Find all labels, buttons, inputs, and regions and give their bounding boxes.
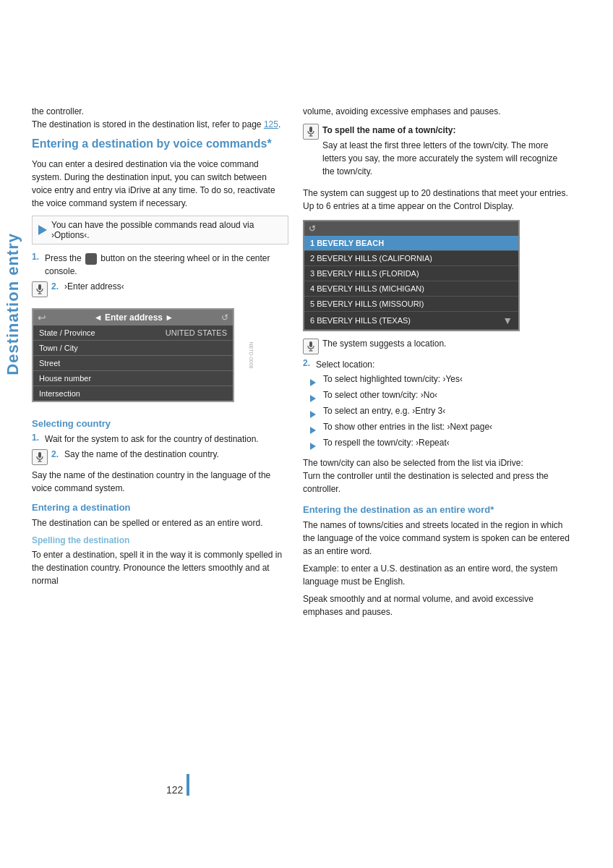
nav-item-5: 5 BEVERLY HILLS (MISSOURI) [304,297,518,312]
sc-step2-num: 2. [51,449,59,459]
nav-screen-header: ↺ [304,221,518,236]
entering-dest-heading: Entering a destination [32,502,288,513]
screen-side-label: NBTD-0008 [249,341,254,368]
screen-mockup: ↩ ◄ Enter address ► ↺ State / Province U… [32,301,234,409]
right-top-text: volume, avoiding excessive emphases and … [303,105,570,118]
ed-body: The destination can be spelled or entere… [32,516,288,529]
house-row: House number [33,371,233,386]
spell-voice-content: To spell the name of a town/city: Say at… [322,124,570,182]
svg-rect-0 [38,284,41,290]
spelling-heading: Spelling the destination [32,535,288,545]
nav-item-1: 1 BEVERLY BEACH [304,236,518,251]
right-column: volume, avoiding excessive emphases and … [303,105,570,623]
back-icon: ↩ [38,312,46,323]
step2-text: ›Enter address‹ [64,281,124,292]
options-text: You can have the possible commands read … [51,220,282,240]
nav-item-4: 4 BEVERLY HILLS (MICHIGAN) [304,281,518,297]
step1-text: Press the button on the steering wheel o… [45,252,288,278]
system-suggests-step: The system suggests a location. [322,339,446,349]
step2-voice: 2. ›Enter address‹ [32,281,288,297]
idrive-text: The town/city can also be selected from … [303,456,570,495]
spell-mic-icon [303,124,319,140]
screen-header: ↩ ◄ Enter address ► ↺ [33,310,233,326]
nav-refresh-icon: ↺ [309,224,316,234]
bullet4: To show other entries in the list: ›Next… [303,422,570,435]
spell-voice-body: Say at least the first three letters of … [322,139,570,178]
street-row: Street [33,356,233,371]
nav-item-3: 3 BEVERLY HILLS (FLORIDA) [304,266,518,281]
state-row: State / Province UNITED STATES [33,326,233,341]
screen-header-text: ◄ Enter address ► [46,312,221,323]
tri5 [310,441,320,451]
ew-example: Example: to enter a U.S. destination as … [303,562,570,588]
sc-step1: 1. Wait for the system to ask for the co… [32,433,288,446]
sc-step2-text: Say the name of the destination country. [64,449,219,459]
screen-body: State / Province UNITED STATES Town / Ci… [33,326,233,401]
play-icon [38,225,47,235]
sc-mic-icon [32,449,48,465]
bullet5: To respell the town/city: ›Repeat‹ [303,438,570,451]
bullet3: To select an entry, e.g. ›Entry 3‹ [303,406,570,419]
refresh-icon: ↺ [221,312,228,323]
step2-num: 2. [51,281,59,292]
suggests-mic-icon [303,339,319,354]
bullet1: To select highlighted town/city: ›Yes‹ [303,374,570,387]
step1: 1. Press the button on the steering whee… [32,252,288,278]
spell-voice-item: To spell the name of a town/city: Say at… [303,124,570,182]
left-column: the controller. The destination is store… [32,105,288,623]
tri4 [310,425,320,435]
nav-item-2: 2 BEVERLY HILLS (CALIFORNIA) [304,251,518,266]
bullet2: To select other town/city: ›No‹ [303,390,570,403]
svg-rect-3 [38,452,41,458]
page: the controller. The destination is store… [0,0,613,868]
svg-rect-6 [309,127,312,132]
options-box: You can have the possible commands read … [32,216,288,244]
tri3 [310,409,320,419]
nav-screen: ↺ 1 BEVERLY BEACH 2 BEVERLY HILLS (CALIF… [303,220,520,331]
page-num-bar [187,774,189,796]
page-number: 122 [166,784,183,796]
spell-voice-heading: To spell the name of a town/city: [322,124,570,137]
intro-text: the controller. The destination is store… [32,105,288,131]
main-heading: Entering a destination by voice commands… [32,137,288,152]
tri1 [310,377,320,387]
main-content: the controller. The destination is store… [32,105,581,623]
ew-body2: Speak smoothly and at normal volume, and… [303,592,570,618]
sc-body: Say the name of the destination country … [32,469,288,495]
sp-body: To enter a destination, spell it in the … [32,548,288,587]
mic-icon [32,281,48,297]
sc-step2: 2. Say the name of the destination count… [32,449,288,465]
ew-body1: The names of towns/cities and streets lo… [303,519,570,558]
selecting-country-heading: Selecting country [32,418,288,429]
town-row: Town / City [33,341,233,356]
tri2 [310,393,320,403]
system-suggests-item: The system suggests a location. [303,339,570,354]
main-body: You can enter a desired destination via … [32,158,288,210]
bullet4-text: To show other entries in the list: ›Next… [323,422,492,432]
entire-word-heading: Entering the destination as an entire wo… [303,504,570,515]
nav-item-6: 6 BEVERLY HILLS (TEXAS) ▼ [304,312,518,330]
address-screen: ↩ ◄ Enter address ► ↺ State / Province U… [32,308,234,402]
intersection-row: Intersection [33,386,233,401]
system-suggest-text: The system can suggest up to 20 destinat… [303,187,570,213]
select-location-item: 2. Select location: [303,358,570,371]
svg-rect-9 [309,341,312,347]
